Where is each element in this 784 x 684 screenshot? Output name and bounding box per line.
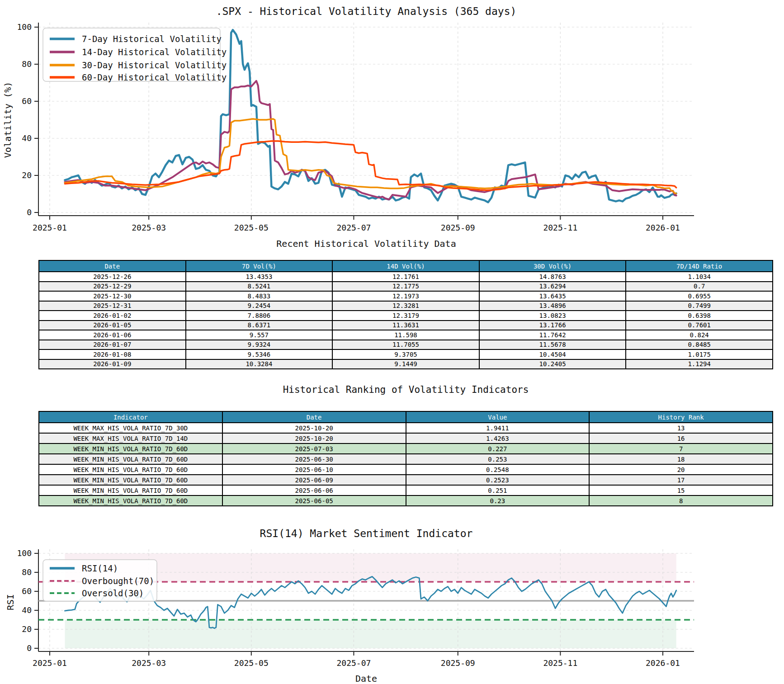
table-row: 2026-01-0910.32849.144910.24051.1294 — [39, 359, 773, 369]
threshold-band — [65, 620, 676, 648]
cell: 11.598 — [332, 330, 479, 340]
cell: 13.4353 — [186, 272, 333, 282]
cell: 0.251 — [406, 485, 590, 495]
cell: 2026-01-07 — [39, 340, 186, 350]
column-header: 14D Vol(%) — [332, 260, 479, 272]
cell: 8.5241 — [186, 282, 333, 292]
cell: 8 — [589, 495, 773, 506]
x-tick-label: 2026-01 — [646, 223, 680, 232]
table-row: 2025-12-2613.435312.176114.87631.1034 — [39, 272, 773, 282]
series-line-1 — [65, 81, 676, 199]
y-tick-label: 60 — [22, 586, 32, 596]
chart-title: RSI(14) Market Sentiment Indicator — [260, 528, 473, 539]
cell: 0.2548 — [406, 464, 590, 475]
cell: 2025-06-10 — [222, 464, 406, 475]
column-header: 7D/14D Ratio — [626, 260, 773, 272]
y-tick-label: 80 — [22, 59, 32, 69]
cell: 1.9411 — [406, 423, 590, 433]
cell: 13.1766 — [479, 321, 626, 330]
cell: 9.2454 — [186, 301, 333, 311]
cell: 2025-06-06 — [222, 485, 406, 495]
cell: 1.1034 — [626, 272, 773, 282]
cell: 9.3705 — [332, 349, 479, 359]
cell: 2026-01-09 — [39, 359, 186, 369]
y-axis-label: Volatility (%) — [2, 82, 13, 158]
cell: 20 — [589, 464, 773, 475]
cell: 18 — [589, 454, 773, 464]
x-tick-label: 2025-09 — [441, 658, 475, 668]
cell: 13.0823 — [479, 311, 626, 321]
cell: WEEK_MIN_HIS_VOLA_RATIO_7D_60D — [39, 454, 222, 464]
cell: 7.8806 — [186, 311, 333, 321]
cell: 13.6435 — [479, 291, 626, 301]
cell: 9.9324 — [186, 340, 333, 350]
table-row: 2026-01-079.932411.705511.56780.8485 — [39, 340, 773, 350]
x-axis-label: Recent Historical Volatility Data — [276, 238, 456, 249]
cell: 0.7499 — [626, 301, 773, 311]
x-tick-label: 2025-09 — [441, 223, 475, 232]
cell: 12.1973 — [332, 291, 479, 301]
table-row: 2025-12-308.483312.197313.64350.6955 — [39, 291, 773, 301]
cell: WEEK_MAX_HIS_VOLA_RATIO_7D_14D — [39, 433, 222, 443]
cell: WEEK_MIN_HIS_VOLA_RATIO_7D_60D — [39, 485, 222, 495]
cell: 2025-12-26 — [39, 272, 186, 282]
cell: WEEK_MIN_HIS_VOLA_RATIO_7D_60D — [39, 475, 222, 485]
y-tick-label: 80 — [22, 567, 32, 577]
recent-volatility-table: Date7D Vol(%)14D Vol(%)30D Vol(%)7D/14D … — [38, 260, 773, 369]
cell: 11.3631 — [332, 321, 479, 330]
cell: 16 — [589, 433, 773, 443]
cell: 2025-12-30 — [39, 291, 186, 301]
column-header: 7D Vol(%) — [186, 260, 333, 272]
y-axis-label: RSI — [5, 594, 16, 610]
cell: 2025-06-09 — [222, 475, 406, 485]
cell: 13 — [589, 423, 773, 433]
y-tick-label: 0 — [27, 208, 32, 217]
y-tick-label: 0 — [27, 643, 32, 653]
series-line-3 — [65, 141, 676, 190]
cell: 10.3284 — [186, 359, 333, 369]
cell: 14.8763 — [479, 272, 626, 282]
x-tick-label: 2025-07 — [336, 658, 371, 668]
cell: 0.2523 — [406, 475, 590, 485]
table-row: WEEK_MIN_HIS_VOLA_RATIO_7D_60D2025-06-06… — [39, 485, 773, 495]
cell: 9.5346 — [186, 349, 333, 359]
x-tick-label: 2025-03 — [132, 658, 166, 668]
legend-label: RSI(14) — [82, 563, 118, 573]
cell: 2025-12-31 — [39, 301, 186, 311]
cell: 10.2405 — [479, 359, 626, 369]
chart-title: .SPX - Historical Volatility Analysis (3… — [216, 5, 517, 17]
cell: WEEK_MIN_HIS_VOLA_RATIO_7D_60D — [39, 464, 222, 475]
cell: 2025-06-05 — [222, 495, 406, 506]
column-header: History Rank — [589, 411, 773, 423]
x-tick-label: 2025-01 — [33, 223, 67, 232]
legend-label: 14-Day Historical Volatility — [82, 47, 227, 57]
cell: 1.4263 — [406, 433, 590, 443]
y-tick-label: 40 — [22, 133, 32, 143]
legend-label: 30-Day Historical Volatility — [82, 60, 227, 70]
table-header-row: Date7D Vol(%)14D Vol(%)30D Vol(%)7D/14D … — [39, 260, 773, 272]
cell: 9.557 — [186, 330, 333, 340]
cell: 2026-01-06 — [39, 330, 186, 340]
column-header: Date — [222, 411, 406, 423]
cell: 0.23 — [406, 495, 590, 506]
y-tick-label: 100 — [17, 22, 32, 32]
table-row: WEEK_MIN_HIS_VOLA_RATIO_7D_60D2025-06-10… — [39, 464, 773, 475]
cell: 0.6398 — [626, 311, 773, 321]
table-row: WEEK_MAX_HIS_VOLA_RATIO_7D_14D2025-10-20… — [39, 433, 773, 443]
table-row: 2026-01-027.880612.317913.08230.6398 — [39, 311, 773, 321]
cell: 0.6955 — [626, 291, 773, 301]
cell: 2026-01-08 — [39, 349, 186, 359]
y-tick-label: 100 — [17, 548, 32, 558]
y-tick-label: 40 — [22, 605, 32, 615]
cell: 2025-07-03 — [222, 443, 406, 454]
ranking-section-title: Historical Ranking of Volatility Indicat… — [38, 384, 773, 395]
cell: 7 — [589, 443, 773, 454]
cell: 0.824 — [626, 330, 773, 340]
volatility-analysis-figure: 0204060801002025-012025-032025-052025-07… — [0, 0, 784, 684]
rsi-chart: 0204060801002025-012025-032025-052025-07… — [0, 524, 784, 684]
cell: 2025-10-20 — [222, 433, 406, 443]
table-row: WEEK_MIN_HIS_VOLA_RATIO_7D_60D2025-06-30… — [39, 454, 773, 464]
cell: WEEK_MAX_HIS_VOLA_RATIO_7D_30D — [39, 423, 222, 433]
cell: 17 — [589, 475, 773, 485]
cell: 15 — [589, 485, 773, 495]
